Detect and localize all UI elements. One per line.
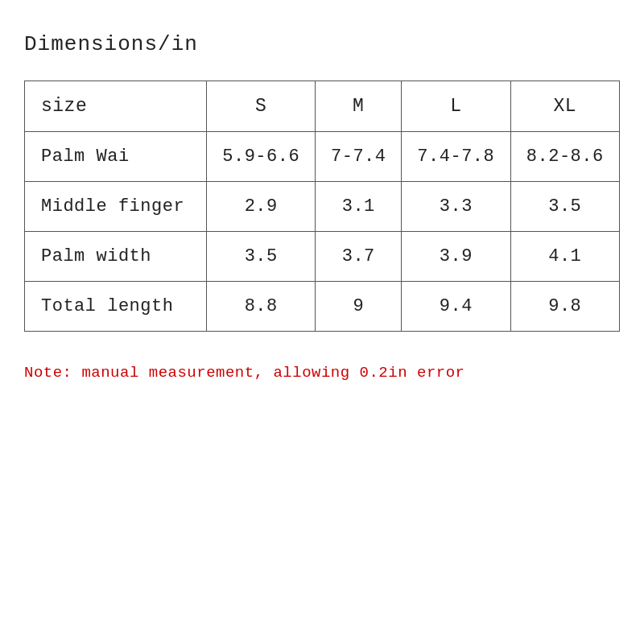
row-xl-2: 4.1 [510,232,619,282]
row-s-1: 2.9 [207,182,316,232]
dimensions-table: size S M L XL Palm Wai 5.9-6.6 7-7.4 7.4… [24,80,620,332]
row-m-2: 3.7 [316,232,402,282]
table-row: Total length 8.8 9 9.4 9.8 [25,282,620,332]
page-title: Dimensions/in [24,32,620,56]
row-xl-0: 8.2-8.6 [510,132,619,182]
row-m-1: 3.1 [316,182,402,232]
header-size: size [25,81,207,132]
table-row: Palm Wai 5.9-6.6 7-7.4 7.4-7.8 8.2-8.6 [25,132,620,182]
row-label-1: Middle finger [25,182,207,232]
header-m: M [316,81,402,132]
row-xl-1: 3.5 [510,182,619,232]
row-xl-3: 9.8 [510,282,619,332]
table-row: Middle finger 2.9 3.1 3.3 3.5 [25,182,620,232]
header-s: S [207,81,316,132]
row-m-3: 9 [316,282,402,332]
row-s-2: 3.5 [207,232,316,282]
row-label-3: Total length [25,282,207,332]
row-s-3: 8.8 [207,282,316,332]
row-label-2: Palm width [25,232,207,282]
header-row: size S M L XL [25,81,620,132]
row-l-0: 7.4-7.8 [402,132,510,182]
row-m-0: 7-7.4 [316,132,402,182]
row-l-1: 3.3 [402,182,510,232]
page-container: Dimensions/in size S M L XL Palm Wai 5.9… [24,32,620,382]
row-l-2: 3.9 [402,232,510,282]
row-s-0: 5.9-6.6 [207,132,316,182]
header-xl: XL [510,81,619,132]
table-row: Palm width 3.5 3.7 3.9 4.1 [25,232,620,282]
row-l-3: 9.4 [402,282,510,332]
note-text: Note: manual measurement, allowing 0.2in… [24,364,620,382]
header-l: L [402,81,510,132]
row-label-0: Palm Wai [25,132,207,182]
